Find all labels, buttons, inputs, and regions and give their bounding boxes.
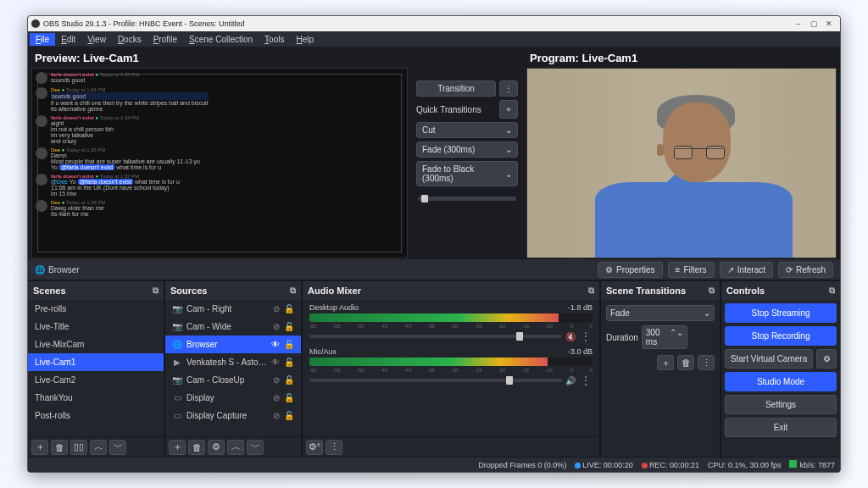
visibility-toggle[interactable]: ⊘ [273, 411, 280, 420]
source-item-display-capture[interactable]: ▭Display Capture⊘🔓 [165, 407, 301, 424]
program-canvas[interactable] [526, 68, 837, 258]
lock-toggle[interactable]: 🔓 [284, 358, 294, 367]
volume-slider[interactable] [309, 335, 562, 338]
visibility-toggle[interactable]: 👁 [271, 340, 280, 349]
settings-button[interactable]: Settings [725, 395, 837, 414]
undock-icon[interactable]: ⧉ [709, 286, 715, 296]
minimize-button[interactable]: – [791, 19, 806, 28]
source-item-browser[interactable]: 🌐Browser👁🔓 [165, 336, 301, 353]
ctx-properties-button[interactable]: ⚙Properties [598, 262, 663, 278]
quick-transitions-label: Quick Transitions [416, 100, 496, 119]
transition-select[interactable]: Fade⌄ [606, 305, 715, 321]
cam-icon: 📷 [172, 375, 182, 385]
scene-item-thankyou[interactable]: ThankYou [28, 389, 164, 407]
transition-menu-button[interactable]: ⋮ [698, 355, 715, 370]
scene-transitions-panel: Scene Transitions⧉ Fade⌄ Duration 300 ms… [601, 281, 720, 457]
ctx-interact-button[interactable]: ↗Interact [720, 262, 773, 278]
source-props-button[interactable]: ⚙ [208, 440, 225, 455]
track-menu-button[interactable]: ⋮ [579, 330, 593, 342]
transition-add-button[interactable]: ＋ [657, 355, 674, 370]
source-up-button[interactable]: ︿ [227, 440, 244, 455]
visibility-toggle[interactable]: ⊘ [273, 322, 280, 331]
undock-icon[interactable]: ⧉ [829, 286, 835, 296]
mute-button[interactable]: 🔇 [565, 332, 576, 341]
stop-streaming-button[interactable]: Stop Streaming [725, 303, 837, 323]
menu-tools[interactable]: Tools [259, 33, 290, 46]
scenes-list[interactable]: Pre-rollsLive-TitleLive-MixCamLive-Cam1L… [28, 300, 164, 436]
tbar-slider[interactable] [418, 197, 516, 201]
studio-mode-button[interactable]: Studio Mode [725, 372, 837, 391]
status-live: LIVE: 00:00:20 [575, 461, 633, 469]
source-item-display[interactable]: ▭Display⊘🔓 [165, 389, 301, 407]
ctx-refresh-button[interactable]: ⟳Refresh [778, 262, 833, 278]
lock-toggle[interactable]: 🔓 [284, 411, 294, 420]
scene-up-button[interactable]: ︿ [90, 440, 107, 455]
scene-filter-button[interactable]: ▯▯ [70, 440, 87, 455]
track-menu-button[interactable]: ⋮ [579, 374, 593, 386]
source-item-cam-right[interactable]: 📷Cam - Right⊘🔓 [165, 300, 301, 318]
transition-remove-button[interactable]: 🗑 [677, 355, 694, 370]
mute-button[interactable]: 🔊 [565, 376, 576, 385]
menu-file[interactable]: File [30, 33, 55, 46]
qt-fade-to-black-300ms-[interactable]: Fade to Black (300ms)⌄ [416, 161, 518, 186]
lock-toggle[interactable]: 🔓 [284, 340, 294, 349]
sources-list[interactable]: 📷Cam - Right⊘🔓📷Cam - Wide⊘🔓🌐Browser👁🔓▶Ve… [165, 300, 301, 436]
lock-toggle[interactable]: 🔓 [284, 322, 294, 331]
virtual-camera-settings-button[interactable]: ⚙ [816, 349, 837, 369]
start-virtual-camera-button[interactable]: Start Virtual Camera [725, 349, 813, 369]
source-item-cam-closeup[interactable]: 📷Cam - CloseUp⊘🔓 [165, 371, 301, 389]
source-remove-button[interactable]: 🗑 [188, 440, 205, 455]
scene-remove-button[interactable]: 🗑 [51, 440, 68, 455]
transition-button[interactable]: Transition [416, 80, 496, 97]
lock-toggle[interactable]: 🔓 [284, 375, 294, 385]
source-add-button[interactable]: ＋ [169, 440, 186, 455]
transition-menu-button[interactable]: ⋮ [499, 80, 518, 97]
controls-panel: Controls⧉ Stop StreamingStop RecordingSt… [721, 281, 840, 457]
stop-recording-button[interactable]: Stop Recording [725, 326, 837, 346]
undock-icon[interactable]: ⧉ [588, 286, 594, 296]
scene-down-button[interactable]: ﹀ [109, 440, 126, 455]
preview-canvas[interactable]: farla doesn't exist ● Today at 1:34 PMso… [31, 68, 408, 258]
scene-item-live-cam2[interactable]: Live-Cam2 [28, 371, 164, 389]
menu-edit[interactable]: Edit [55, 33, 81, 46]
undock-icon[interactable]: ⧉ [290, 286, 296, 296]
scene-item-live-title[interactable]: Live-Title [28, 318, 164, 336]
source-item-cam-wide[interactable]: 📷Cam - Wide⊘🔓 [165, 318, 301, 336]
source-down-button[interactable]: ﹀ [247, 440, 264, 455]
visibility-toggle[interactable]: ⊘ [273, 393, 280, 402]
visibility-toggle[interactable]: ⊘ [273, 304, 280, 313]
mixer-menu-button[interactable]: ⋮ [326, 440, 342, 455]
menu-scene-collection[interactable]: Scene Collection [183, 33, 259, 46]
visibility-toggle[interactable]: 👁 [271, 358, 280, 367]
visibility-toggle[interactable]: ⊘ [273, 375, 280, 385]
qt-cut[interactable]: Cut⌄ [416, 122, 518, 138]
sources-title: Sources [170, 286, 207, 296]
add-quick-transition-button[interactable]: ＋ [499, 100, 518, 119]
lock-toggle[interactable]: 🔓 [284, 304, 294, 313]
duration-input[interactable]: 300 ms⌃⌄ [642, 325, 687, 349]
context-source-label: 🌐 Browser [35, 265, 80, 274]
ctx-filters-button[interactable]: ≡Filters [668, 262, 715, 278]
scene-item-post-rolls[interactable]: Post-rolls [28, 407, 164, 424]
menu-docks[interactable]: Docks [112, 33, 147, 46]
source-item-venkatesh-s-aston-ban-[interactable]: ▶Venkatesh S - Aston Ban…👁🔓 [165, 353, 301, 371]
scene-add-button[interactable]: ＋ [31, 440, 48, 455]
interact-icon: ↗ [727, 265, 734, 274]
scene-item-live-mixcam[interactable]: Live-MixCam [28, 336, 164, 353]
qt-fade-300ms-[interactable]: Fade (300ms)⌄ [416, 141, 518, 158]
scene-item-pre-rolls[interactable]: Pre-rolls [28, 300, 164, 318]
mixer-track-mic-aux: Mic/Aux-3.0 dB-60-55-50-45-40-35-30-25-2… [309, 347, 593, 386]
undock-icon[interactable]: ⧉ [153, 286, 159, 296]
mixer-settings-button[interactable]: ⚙° [306, 440, 323, 455]
maximize-button[interactable]: ▢ [806, 19, 821, 28]
menu-view[interactable]: View [81, 33, 112, 46]
menu-help[interactable]: Help [290, 33, 320, 46]
audio-mixer-panel: Audio Mixer⧉ Desktop Audio-1.8 dB-60-55-… [303, 281, 599, 457]
lock-toggle[interactable]: 🔓 [284, 393, 294, 402]
volume-slider[interactable] [309, 379, 562, 382]
menu-profile[interactable]: Profile [147, 33, 183, 46]
close-button[interactable]: ✕ [821, 19, 837, 28]
scene-item-live-cam1[interactable]: Live-Cam1 [28, 353, 164, 371]
exit-button[interactable]: Exit [725, 418, 837, 437]
title-text: OBS Studio 29.1.3 - Profile: HNBC Event … [43, 19, 245, 28]
